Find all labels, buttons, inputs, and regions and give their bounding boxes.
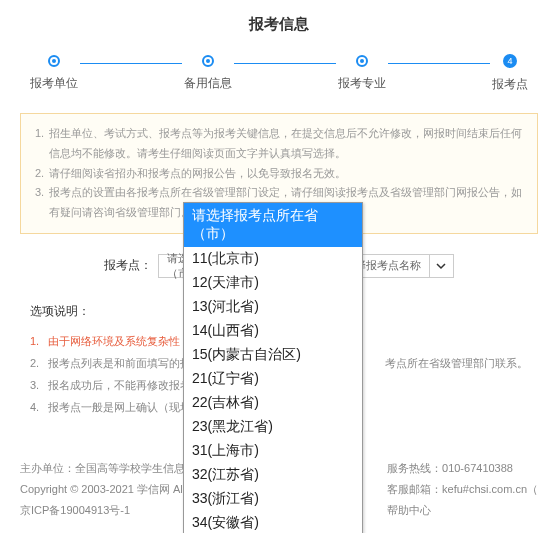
footer-right: 服务热线：010-67410388 客服邮箱：kefu#chsi.com.cn（…	[387, 458, 538, 521]
step-bar: 报考单位 备用信息 报考专业 4 报考点	[0, 54, 558, 113]
footer-help-link[interactable]: 帮助中心	[387, 500, 538, 521]
chevron-down-icon	[429, 255, 451, 277]
dropdown-item[interactable]: 13(河北省)	[184, 295, 362, 319]
footer-hotline-value: 010-67410388	[442, 462, 513, 474]
step-label: 备用信息	[184, 75, 232, 92]
step-line	[234, 63, 336, 64]
step-label: 报考点	[492, 76, 528, 93]
form-label: 报考点：	[104, 257, 152, 274]
dropdown-item[interactable]: 31(上海市)	[184, 439, 362, 463]
step-label: 报考单位	[30, 75, 78, 92]
notice-item: 请仔细阅读省招办和报考点的网报公告，以免导致报名无效。	[35, 164, 523, 184]
dropdown-item[interactable]: 22(吉林省)	[184, 391, 362, 415]
dropdown-header[interactable]: 请选择报考点所在省（市）	[184, 203, 362, 247]
page-title: 报考信息	[0, 0, 558, 54]
step-circle-active-icon: 4	[503, 54, 517, 68]
dropdown-item[interactable]: 33(浙江省)	[184, 487, 362, 511]
step-4: 4 报考点	[492, 54, 528, 93]
footer-hotline-label: 服务热线：	[387, 462, 442, 474]
step-2: 备用信息	[184, 55, 232, 92]
step-circle-icon	[48, 55, 60, 67]
step-3: 报考专业	[338, 55, 386, 92]
dropdown-item[interactable]: 12(天津市)	[184, 271, 362, 295]
step-line	[388, 63, 490, 64]
dropdown-item[interactable]: 21(辽宁省)	[184, 367, 362, 391]
footer-sponsor-label: 主办单位：	[20, 462, 75, 474]
step-line	[80, 63, 182, 64]
step-circle-icon	[356, 55, 368, 67]
step-circle-icon	[202, 55, 214, 67]
footer-email-label: 客服邮箱：	[387, 483, 442, 495]
dropdown-item[interactable]: 11(北京市)	[184, 247, 362, 271]
dropdown-item[interactable]: 34(安徽省)	[184, 511, 362, 533]
step-1: 报考单位	[30, 55, 78, 92]
province-dropdown: 请选择报考点所在省（市） 11(北京市)12(天津市)13(河北省)14(山西省…	[183, 202, 363, 533]
footer-email-value: kefu#chsi.com.cn（	[442, 483, 538, 495]
step-label: 报考专业	[338, 75, 386, 92]
dropdown-item[interactable]: 14(山西省)	[184, 319, 362, 343]
notice-item: 招生单位、考试方式、报考点等为报考关键信息，在提交信息后不允许修改，网报时间结束…	[35, 124, 523, 164]
dropdown-item[interactable]: 32(江苏省)	[184, 463, 362, 487]
dropdown-item[interactable]: 23(黑龙江省)	[184, 415, 362, 439]
dropdown-list[interactable]: 11(北京市)12(天津市)13(河北省)14(山西省)15(内蒙古自治区)21…	[184, 247, 362, 533]
dropdown-item[interactable]: 15(内蒙古自治区)	[184, 343, 362, 367]
